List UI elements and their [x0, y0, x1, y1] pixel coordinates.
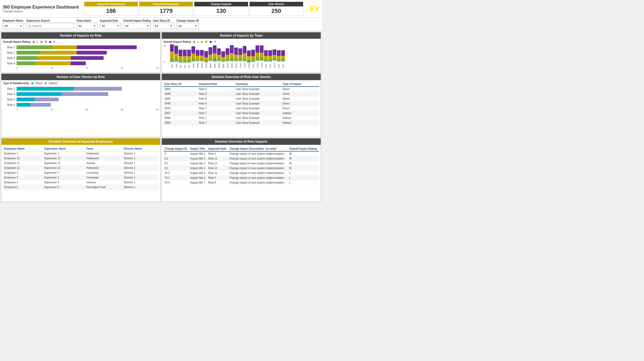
col-overall-impact: Overall Impact Rating — [288, 146, 319, 151]
team-bar-seg — [170, 58, 174, 62]
team-bar-seg — [174, 59, 178, 62]
team-bar-label: CSF ... — [278, 62, 280, 68]
cell-us-summary: User Story Example — [235, 116, 281, 121]
cell-us-id: 2889 — [163, 87, 198, 92]
team-bar-label: Crens... — [257, 61, 258, 68]
cell-ci-id: 79.2 — [163, 171, 189, 176]
cell-emp-name: Employee 4 — [3, 180, 43, 185]
impacts-by-team-chart: Alha...Aliso...AM ...AM ...AM ...Anah...… — [170, 44, 319, 68]
cell-us-id: 2933 — [163, 106, 198, 111]
change-impact-id-label: Change Impact ID — [176, 19, 199, 22]
team-bar-label: CSF ... — [282, 62, 284, 68]
cell-us-role: Role 7 — [198, 111, 235, 116]
cell-ci-desc: Change impact of new system implementati… — [228, 176, 288, 180]
employee-name-select[interactable]: All ▼ — [3, 23, 24, 29]
cell-ci-role: Role 2 — [207, 151, 229, 156]
legend-l-label: L — [37, 40, 38, 43]
x-label: 0 — [17, 67, 18, 69]
overall-impact-label: Overall Impact Rating — [123, 19, 151, 22]
team-bar-col: Cano... — [238, 48, 242, 68]
cell-us-role: Role 8 — [198, 101, 235, 106]
team-bar-label: Analy... — [201, 62, 203, 68]
user-story-id-select[interactable]: All ▼ — [153, 23, 174, 29]
impacted-employees-table: Employee Name Supervisor Name Team Direc… — [3, 146, 159, 190]
cell-us-id: 2889 — [163, 96, 198, 101]
cell-ci-desc: Change impact of new system implementati… — [228, 166, 288, 171]
role-user-stories-scroll[interactable]: User Story ID Impacted Role Summary Type… — [163, 82, 319, 135]
impacted-role-filter: Impacted Role All ▼ — [100, 19, 121, 29]
team-bar-seg — [230, 58, 234, 61]
table-row: 8.3 Impact title 2 Role 11 Change impact… — [163, 156, 319, 161]
team-bar-col: Analy... — [200, 50, 204, 68]
col-change-impact-id: Change Impact ID — [163, 146, 189, 151]
overall-impact-select[interactable]: All ▼ — [123, 23, 151, 29]
bar-stack — [17, 56, 104, 60]
bar-row: Role 4 — [3, 61, 159, 65]
bar-row: Role 1 — [3, 87, 159, 91]
cell-emp-name: Employee 1 — [3, 151, 43, 156]
x-label: 40 — [156, 67, 159, 69]
cell-us-role: Role 7 — [198, 121, 235, 125]
legend-dot-indirect — [45, 82, 47, 84]
cell-sup-name: Supervisor 5 — [43, 185, 85, 190]
cell-team: Crenshaw — [85, 175, 123, 180]
role-impacts-scroll[interactable]: Change Impact ID Impact Title Impacted R… — [163, 146, 319, 200]
kpi-value-1: 1779 — [139, 6, 193, 15]
user-stories-by-role-content: Type of Relationship Direct Indirect Rol… — [1, 80, 160, 114]
cell-ci-desc: Change impact of new system implementati… — [228, 161, 288, 166]
team-bar-seg — [273, 55, 276, 58]
role-impacts-panel: Detailed Overview of Role Impacts Change… — [162, 138, 321, 202]
team-bar-seg — [260, 57, 264, 61]
team-bar-label: Centr... — [244, 62, 246, 68]
team-bar-seg — [268, 50, 272, 56]
cell-ci-role: Role 11 — [207, 171, 229, 176]
kpi-label-1: Impacted Employees — [139, 2, 193, 6]
cell-us-id: 3448 — [163, 101, 198, 106]
cell-ci-rating: M — [288, 156, 319, 161]
cell-emp-name: Employee 2 — [3, 170, 43, 175]
team-bar-seg — [179, 50, 182, 56]
y-axis-50: 50 — [163, 44, 166, 47]
change-impact-id-filter: Change Impact ID All ▼ — [176, 19, 199, 29]
cell-team: Hollywood — [85, 151, 123, 156]
team-bar-col: Crens... — [260, 45, 264, 68]
col-impact-title: Impact Title — [189, 146, 207, 151]
user-stories-by-role-legend: Type of Relationship Direct Indirect — [3, 82, 159, 85]
cell-emp-name: Employee 5 — [3, 185, 43, 190]
bar-seg — [35, 61, 71, 65]
team-bar-label: AM ... — [184, 63, 186, 68]
team-bar-label: Alha... — [171, 63, 173, 68]
change-impact-id-select[interactable]: All ▼ — [176, 23, 199, 29]
cell-emp-name: Employee 12 — [3, 166, 43, 170]
team-bar-seg — [243, 46, 246, 53]
bar-label: Role 6 — [3, 103, 15, 106]
bar-label: Role 5 — [3, 93, 15, 96]
table-row: 2889 Role 9 User Story Example Direct — [163, 87, 319, 92]
cell-ci-desc: Change impact of new system implementati… — [228, 171, 288, 176]
team-bar-seg — [247, 51, 251, 56]
supervisor-search-input[interactable] — [32, 24, 72, 28]
supervisor-search-input-wrapper[interactable]: 🔍 — [26, 23, 74, 29]
team-bar-seg — [196, 50, 199, 56]
team-bar-seg — [209, 47, 212, 55]
team-bar-seg — [217, 48, 221, 55]
cell-ci-rating: L — [288, 171, 319, 176]
impacted-role-select[interactable]: All ▼ — [100, 23, 121, 29]
team-bar-label: Belve... — [218, 62, 220, 68]
bar-seg — [71, 61, 86, 65]
team-bar-seg — [187, 56, 191, 60]
bar-seg — [71, 56, 104, 60]
team-bar-label: Blyth... — [222, 62, 224, 68]
team-bar-seg — [247, 56, 251, 60]
bar-label: Role 1 — [3, 46, 15, 49]
impacted-employees-scroll[interactable]: Employee Name Supervisor Name Team Direc… — [3, 146, 159, 200]
table-row: Employee 2 Supervisor 2 Crenshaw Directo… — [3, 170, 159, 175]
col-impacted-role: Impacted Role — [198, 82, 235, 87]
kpi-value-2: 130 — [194, 6, 248, 15]
role-user-stories-panel: Detailed Overview of Role User Stories U… — [162, 73, 321, 137]
team-name-select[interactable]: All ▼ — [76, 23, 98, 29]
team-bar-label: Beau... — [214, 62, 216, 68]
kpi-card-2: Change Impacts130 — [194, 2, 248, 16]
impacted-role-label: Impacted Role — [100, 19, 121, 22]
team-bar-seg — [260, 53, 264, 57]
